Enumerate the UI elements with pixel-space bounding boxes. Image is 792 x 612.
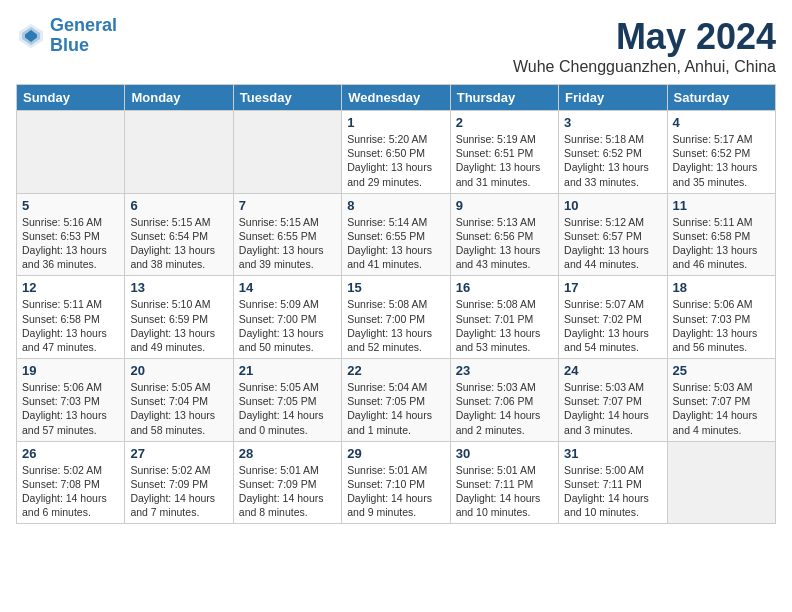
calendar-cell: 29Sunrise: 5:01 AM Sunset: 7:10 PM Dayli…	[342, 441, 450, 524]
day-number: 8	[347, 198, 444, 213]
day-info: Sunrise: 5:11 AM Sunset: 6:58 PM Dayligh…	[673, 215, 770, 272]
calendar-cell: 5Sunrise: 5:16 AM Sunset: 6:53 PM Daylig…	[17, 193, 125, 276]
day-number: 23	[456, 363, 553, 378]
day-info: Sunrise: 5:14 AM Sunset: 6:55 PM Dayligh…	[347, 215, 444, 272]
day-number: 4	[673, 115, 770, 130]
calendar-cell: 19Sunrise: 5:06 AM Sunset: 7:03 PM Dayli…	[17, 359, 125, 442]
calendar-week-row: 12Sunrise: 5:11 AM Sunset: 6:58 PM Dayli…	[17, 276, 776, 359]
calendar-cell: 12Sunrise: 5:11 AM Sunset: 6:58 PM Dayli…	[17, 276, 125, 359]
day-info: Sunrise: 5:03 AM Sunset: 7:07 PM Dayligh…	[564, 380, 661, 437]
day-number: 16	[456, 280, 553, 295]
calendar-cell: 28Sunrise: 5:01 AM Sunset: 7:09 PM Dayli…	[233, 441, 341, 524]
day-number: 29	[347, 446, 444, 461]
day-info: Sunrise: 5:04 AM Sunset: 7:05 PM Dayligh…	[347, 380, 444, 437]
day-info: Sunrise: 5:08 AM Sunset: 7:01 PM Dayligh…	[456, 297, 553, 354]
day-number: 1	[347, 115, 444, 130]
day-info: Sunrise: 5:10 AM Sunset: 6:59 PM Dayligh…	[130, 297, 227, 354]
calendar-cell: 27Sunrise: 5:02 AM Sunset: 7:09 PM Dayli…	[125, 441, 233, 524]
day-number: 31	[564, 446, 661, 461]
day-number: 11	[673, 198, 770, 213]
calendar-cell: 30Sunrise: 5:01 AM Sunset: 7:11 PM Dayli…	[450, 441, 558, 524]
day-info: Sunrise: 5:06 AM Sunset: 7:03 PM Dayligh…	[22, 380, 119, 437]
calendar-cell: 11Sunrise: 5:11 AM Sunset: 6:58 PM Dayli…	[667, 193, 775, 276]
day-number: 14	[239, 280, 336, 295]
day-info: Sunrise: 5:11 AM Sunset: 6:58 PM Dayligh…	[22, 297, 119, 354]
calendar-cell	[667, 441, 775, 524]
day-number: 17	[564, 280, 661, 295]
day-number: 21	[239, 363, 336, 378]
calendar-cell	[233, 111, 341, 194]
weekday-header-friday: Friday	[559, 85, 667, 111]
weekday-header-sunday: Sunday	[17, 85, 125, 111]
calendar-cell: 25Sunrise: 5:03 AM Sunset: 7:07 PM Dayli…	[667, 359, 775, 442]
weekday-header-saturday: Saturday	[667, 85, 775, 111]
day-info: Sunrise: 5:00 AM Sunset: 7:11 PM Dayligh…	[564, 463, 661, 520]
calendar-week-row: 26Sunrise: 5:02 AM Sunset: 7:08 PM Dayli…	[17, 441, 776, 524]
day-info: Sunrise: 5:12 AM Sunset: 6:57 PM Dayligh…	[564, 215, 661, 272]
day-number: 26	[22, 446, 119, 461]
day-info: Sunrise: 5:01 AM Sunset: 7:09 PM Dayligh…	[239, 463, 336, 520]
day-number: 19	[22, 363, 119, 378]
calendar-cell: 8Sunrise: 5:14 AM Sunset: 6:55 PM Daylig…	[342, 193, 450, 276]
calendar-cell: 13Sunrise: 5:10 AM Sunset: 6:59 PM Dayli…	[125, 276, 233, 359]
day-number: 9	[456, 198, 553, 213]
calendar-cell: 4Sunrise: 5:17 AM Sunset: 6:52 PM Daylig…	[667, 111, 775, 194]
day-info: Sunrise: 5:02 AM Sunset: 7:08 PM Dayligh…	[22, 463, 119, 520]
calendar-table: SundayMondayTuesdayWednesdayThursdayFrid…	[16, 84, 776, 524]
calendar-week-row: 5Sunrise: 5:16 AM Sunset: 6:53 PM Daylig…	[17, 193, 776, 276]
day-number: 30	[456, 446, 553, 461]
day-info: Sunrise: 5:13 AM Sunset: 6:56 PM Dayligh…	[456, 215, 553, 272]
day-info: Sunrise: 5:15 AM Sunset: 6:55 PM Dayligh…	[239, 215, 336, 272]
calendar-cell: 6Sunrise: 5:15 AM Sunset: 6:54 PM Daylig…	[125, 193, 233, 276]
calendar-cell: 9Sunrise: 5:13 AM Sunset: 6:56 PM Daylig…	[450, 193, 558, 276]
day-info: Sunrise: 5:05 AM Sunset: 7:05 PM Dayligh…	[239, 380, 336, 437]
day-number: 6	[130, 198, 227, 213]
calendar-cell: 3Sunrise: 5:18 AM Sunset: 6:52 PM Daylig…	[559, 111, 667, 194]
calendar-cell: 1Sunrise: 5:20 AM Sunset: 6:50 PM Daylig…	[342, 111, 450, 194]
day-info: Sunrise: 5:02 AM Sunset: 7:09 PM Dayligh…	[130, 463, 227, 520]
weekday-header-row: SundayMondayTuesdayWednesdayThursdayFrid…	[17, 85, 776, 111]
day-number: 22	[347, 363, 444, 378]
day-number: 28	[239, 446, 336, 461]
day-number: 12	[22, 280, 119, 295]
calendar-cell: 10Sunrise: 5:12 AM Sunset: 6:57 PM Dayli…	[559, 193, 667, 276]
calendar-cell: 24Sunrise: 5:03 AM Sunset: 7:07 PM Dayli…	[559, 359, 667, 442]
location-title: Wuhe Chengguanzhen, Anhui, China	[513, 58, 776, 76]
calendar-cell: 17Sunrise: 5:07 AM Sunset: 7:02 PM Dayli…	[559, 276, 667, 359]
calendar-cell	[17, 111, 125, 194]
day-number: 2	[456, 115, 553, 130]
day-number: 15	[347, 280, 444, 295]
month-title: May 2024	[513, 16, 776, 58]
calendar-cell: 23Sunrise: 5:03 AM Sunset: 7:06 PM Dayli…	[450, 359, 558, 442]
day-info: Sunrise: 5:01 AM Sunset: 7:10 PM Dayligh…	[347, 463, 444, 520]
calendar-cell: 26Sunrise: 5:02 AM Sunset: 7:08 PM Dayli…	[17, 441, 125, 524]
calendar-cell	[125, 111, 233, 194]
page-header: General Blue May 2024 Wuhe Chengguanzhen…	[16, 16, 776, 76]
day-number: 10	[564, 198, 661, 213]
day-info: Sunrise: 5:08 AM Sunset: 7:00 PM Dayligh…	[347, 297, 444, 354]
title-block: May 2024 Wuhe Chengguanzhen, Anhui, Chin…	[513, 16, 776, 76]
day-info: Sunrise: 5:01 AM Sunset: 7:11 PM Dayligh…	[456, 463, 553, 520]
day-number: 27	[130, 446, 227, 461]
calendar-cell: 31Sunrise: 5:00 AM Sunset: 7:11 PM Dayli…	[559, 441, 667, 524]
day-number: 7	[239, 198, 336, 213]
day-info: Sunrise: 5:09 AM Sunset: 7:00 PM Dayligh…	[239, 297, 336, 354]
day-info: Sunrise: 5:15 AM Sunset: 6:54 PM Dayligh…	[130, 215, 227, 272]
logo: General Blue	[16, 16, 117, 56]
calendar-cell: 22Sunrise: 5:04 AM Sunset: 7:05 PM Dayli…	[342, 359, 450, 442]
day-number: 13	[130, 280, 227, 295]
weekday-header-tuesday: Tuesday	[233, 85, 341, 111]
day-info: Sunrise: 5:07 AM Sunset: 7:02 PM Dayligh…	[564, 297, 661, 354]
day-number: 3	[564, 115, 661, 130]
calendar-cell: 20Sunrise: 5:05 AM Sunset: 7:04 PM Dayli…	[125, 359, 233, 442]
day-info: Sunrise: 5:18 AM Sunset: 6:52 PM Dayligh…	[564, 132, 661, 189]
day-info: Sunrise: 5:05 AM Sunset: 7:04 PM Dayligh…	[130, 380, 227, 437]
calendar-cell: 16Sunrise: 5:08 AM Sunset: 7:01 PM Dayli…	[450, 276, 558, 359]
day-number: 25	[673, 363, 770, 378]
day-info: Sunrise: 5:19 AM Sunset: 6:51 PM Dayligh…	[456, 132, 553, 189]
day-number: 24	[564, 363, 661, 378]
calendar-cell: 7Sunrise: 5:15 AM Sunset: 6:55 PM Daylig…	[233, 193, 341, 276]
calendar-week-row: 1Sunrise: 5:20 AM Sunset: 6:50 PM Daylig…	[17, 111, 776, 194]
calendar-cell: 2Sunrise: 5:19 AM Sunset: 6:51 PM Daylig…	[450, 111, 558, 194]
day-info: Sunrise: 5:20 AM Sunset: 6:50 PM Dayligh…	[347, 132, 444, 189]
